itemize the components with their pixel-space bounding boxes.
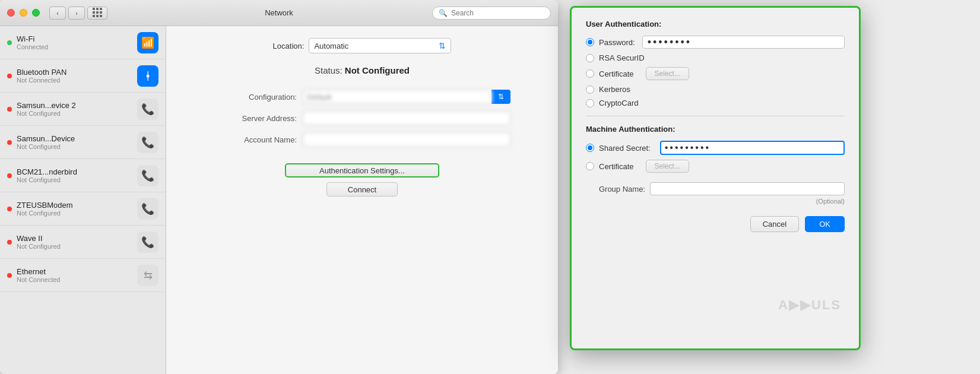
- status-dot-bcm: [7, 173, 12, 178]
- machine-auth-section: Machine Authentication: Shared Secret: C…: [586, 125, 845, 173]
- network-info-samsung2: Samsun...evice 2 Not Configured: [17, 101, 137, 117]
- phone-icon-samsung: 📞: [137, 132, 158, 153]
- kerberos-radio[interactable]: [586, 85, 594, 94]
- network-info-bcm: BCM21...nderbird Not Configured: [17, 167, 137, 183]
- status-dot-samsung2: [7, 107, 12, 112]
- machine-cert-row: Certificate Select...: [586, 160, 845, 173]
- certificate-radio[interactable]: [586, 69, 594, 78]
- location-value: Automatic: [314, 42, 348, 50]
- configuration-arrow-icon[interactable]: ⇅: [491, 90, 510, 104]
- window-body: Wi-Fi Connected 📶 Bluetooth PAN Not Conn…: [0, 26, 558, 374]
- status-value: Not Configured: [345, 65, 410, 75]
- search-box[interactable]: 🔍: [432, 7, 551, 20]
- network-name-bcm: BCM21...nderbird: [17, 167, 137, 176]
- network-sub-wave: Not Configured: [17, 243, 137, 250]
- password-label: Password:: [599, 38, 635, 47]
- sidebar-item-samsung2[interactable]: Samsun...evice 2 Not Configured 📞: [0, 93, 166, 126]
- grid-view-button[interactable]: [87, 7, 107, 20]
- sidebar-item-wave[interactable]: Wave II Not Configured 📞: [0, 226, 166, 259]
- configuration-input[interactable]: [303, 90, 492, 104]
- sidebar: Wi-Fi Connected 📶 Bluetooth PAN Not Conn…: [0, 26, 166, 374]
- search-input[interactable]: [451, 9, 544, 17]
- close-button[interactable]: [7, 9, 15, 17]
- group-name-row: Group Name:: [586, 182, 845, 195]
- status-label: Status:: [315, 65, 345, 75]
- password-field[interactable]: ••••••••: [642, 36, 845, 49]
- network-name-wave: Wave II: [17, 234, 137, 243]
- dialog-buttons: Cancel OK: [586, 216, 845, 232]
- wifi-icon: 📶: [137, 32, 158, 53]
- network-sub-samsung2: Not Configured: [17, 110, 137, 117]
- certificate-select-button[interactable]: Select...: [646, 67, 689, 80]
- network-window: ‹ › Network 🔍 Wi-Fi Connected: [0, 0, 558, 374]
- shared-secret-row: Shared Secret:: [586, 141, 845, 155]
- grid-icon: [93, 8, 103, 18]
- cryptocard-label: CryptoCard: [599, 99, 638, 107]
- status-dot-zte: [7, 207, 12, 211]
- machine-auth-title: Machine Authentication:: [586, 125, 845, 134]
- status-dot-wifi: [7, 40, 12, 45]
- password-radio[interactable]: [586, 38, 594, 46]
- server-address-input[interactable]: [303, 111, 510, 125]
- network-info-wave: Wave II Not Configured: [17, 234, 137, 250]
- location-arrows-icon: ⇅: [439, 41, 446, 50]
- phone-icon-bcm: 📞: [137, 165, 158, 186]
- network-sub-zte: Not Configured: [17, 210, 137, 217]
- auth-settings-button[interactable]: Authentication Settings...: [285, 163, 439, 178]
- bluetooth-icon: ⍿: [137, 65, 158, 87]
- machine-cert-select-button[interactable]: Select...: [646, 160, 689, 173]
- network-info-ethernet: Ethernet Not Connected: [17, 267, 137, 283]
- optional-label: (Optional): [816, 198, 845, 205]
- ok-button[interactable]: OK: [805, 216, 845, 232]
- ethernet-icon: ⇆: [137, 265, 158, 286]
- certificate-row: Certificate Select...: [586, 67, 845, 80]
- shared-secret-label: Shared Secret:: [599, 144, 651, 153]
- status-row: Status: Not Configured: [315, 65, 410, 75]
- sidebar-item-wifi[interactable]: Wi-Fi Connected 📶: [0, 26, 166, 59]
- sidebar-item-zte[interactable]: ZTEUSBModem Not Configured 📞: [0, 192, 166, 226]
- network-name-samsung2: Samsun...evice 2: [17, 101, 137, 110]
- configuration-group: Configuration: ⇅: [214, 90, 510, 104]
- machine-cert-radio[interactable]: [586, 162, 594, 170]
- network-sub-samsung: Not Configured: [17, 143, 137, 150]
- minimize-button[interactable]: [20, 9, 27, 17]
- maximize-button[interactable]: [32, 9, 40, 17]
- cryptocard-radio[interactable]: [586, 99, 594, 107]
- network-info-bluetooth: Bluetooth PAN Not Connected: [17, 68, 137, 84]
- divider: [586, 116, 845, 116]
- kerberos-label: Kerberos: [599, 85, 630, 94]
- auth-dialog: User Authentication: Password: •••••••• …: [570, 6, 861, 350]
- phone-icon-samsung2: 📞: [137, 99, 158, 120]
- sidebar-item-bcm[interactable]: BCM21...nderbird Not Configured 📞: [0, 159, 166, 192]
- rsa-radio[interactable]: [586, 54, 594, 62]
- account-name-label: Account Name:: [214, 135, 297, 144]
- connect-button[interactable]: Connect: [326, 182, 398, 196]
- location-select[interactable]: Automatic ⇅: [309, 38, 451, 53]
- sidebar-item-ethernet[interactable]: Ethernet Not Connected ⇆: [0, 259, 166, 292]
- sidebar-item-samsung[interactable]: Samsun...Device Not Configured 📞: [0, 126, 166, 159]
- network-info-samsung: Samsun...Device Not Configured: [17, 134, 137, 150]
- cryptocard-row: CryptoCard: [586, 99, 845, 107]
- network-sub-wifi: Connected: [17, 43, 137, 50]
- shared-secret-radio[interactable]: [586, 144, 594, 152]
- network-name-wifi: Wi-Fi: [17, 34, 137, 43]
- group-name-label: Group Name:: [586, 185, 645, 194]
- group-name-input[interactable]: [650, 182, 845, 195]
- back-button[interactable]: ‹: [49, 7, 66, 20]
- rsa-row: RSA SecurID: [586, 53, 845, 62]
- shared-secret-input[interactable]: [660, 141, 845, 155]
- phone-icon-zte: 📞: [137, 198, 158, 220]
- network-sub-bcm: Not Configured: [17, 176, 137, 183]
- sidebar-item-bluetooth[interactable]: Bluetooth PAN Not Connected ⍿: [0, 59, 166, 93]
- account-name-input[interactable]: [303, 132, 510, 147]
- network-sub-ethernet: Not Connected: [17, 276, 137, 283]
- cancel-button[interactable]: Cancel: [750, 216, 799, 232]
- server-address-group: Server Address:: [214, 111, 510, 125]
- phone-icon-wave: 📞: [137, 232, 158, 253]
- traffic-lights: [7, 9, 40, 17]
- watermark: A▶▶ULS: [778, 297, 841, 313]
- location-label: Location:: [273, 42, 305, 50]
- certificate-label: Certificate: [599, 69, 634, 78]
- forward-button[interactable]: ›: [68, 7, 85, 20]
- status-dot-bluetooth: [7, 74, 12, 78]
